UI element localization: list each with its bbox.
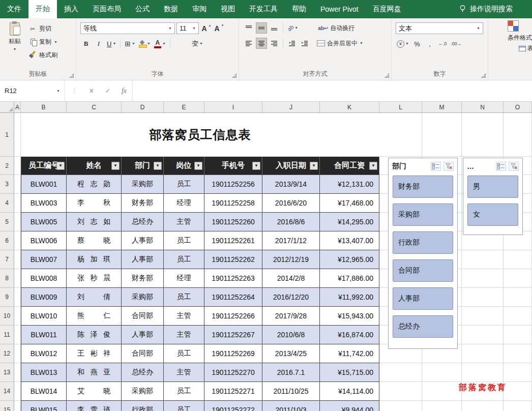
cell-13-5[interactable]: 2016.7.1 [262, 363, 320, 382]
cell-10-4[interactable]: 19011252266 [204, 307, 262, 326]
ribbon-tab-home[interactable]: 开始 [28, 0, 57, 18]
slicer-item-财务部[interactable]: 财务部 [393, 175, 453, 198]
multi-select-icon[interactable] [496, 162, 506, 171]
cell-4-6[interactable]: ¥17,468.00 [320, 194, 379, 213]
cell-13-0[interactable]: BLW013 [21, 363, 67, 382]
cell-5-4[interactable]: 19011252260 [204, 213, 262, 231]
col-header-L[interactable]: L [379, 102, 422, 113]
enter-button[interactable]: ✓ [100, 80, 116, 101]
cell-7-0[interactable]: BLW007 [21, 250, 67, 269]
cell-6-1[interactable]: 蔡 晓 [67, 231, 122, 250]
cell-6-5[interactable]: 2017/1/12 [262, 231, 320, 250]
cell-3-6[interactable]: ¥12,131.00 [320, 175, 379, 194]
slicer-item-总经办[interactable]: 总经办 [393, 315, 453, 338]
row-header-15[interactable]: 15 [0, 401, 14, 411]
cell-4-1[interactable]: 李 秋 [67, 194, 122, 213]
formula-input[interactable] [132, 80, 532, 101]
cell-14-0[interactable]: BLW014 [21, 382, 67, 401]
ribbon-tab-help[interactable]: 帮助 [285, 0, 313, 18]
bold-button[interactable]: B [80, 38, 92, 49]
cell-3-2[interactable]: 采购部 [122, 175, 164, 194]
table-header-2[interactable]: 部门▼ [122, 157, 164, 175]
ribbon-tab-data[interactable]: 数据 [157, 0, 185, 18]
cell-14-6[interactable]: ¥14,114.00 [320, 382, 379, 401]
ribbon-tab-insert[interactable]: 插入 [57, 0, 85, 18]
row-header-3[interactable]: 3 [0, 175, 14, 194]
cell-6-6[interactable]: ¥13,407.00 [320, 231, 379, 250]
cell-10-1[interactable]: 熊 仁 [67, 307, 122, 326]
cell-14-3[interactable]: 员工 [164, 382, 204, 401]
ribbon-tab-review[interactable]: 审阅 [185, 0, 214, 18]
filter-button[interactable]: ▼ [252, 162, 260, 170]
cell-10-5[interactable]: 2017/9/28 [262, 307, 320, 326]
cell-10-3[interactable]: 主管 [164, 307, 204, 326]
col-header-N[interactable]: N [462, 102, 504, 113]
cell-9-6[interactable]: ¥11,992.00 [320, 288, 379, 307]
row-header-11[interactable]: 11 [0, 326, 14, 344]
multi-select-icon[interactable] [431, 162, 441, 171]
format-as-table-button[interactable]: 表 [490, 44, 532, 53]
cell-15-4[interactable]: 19011252272 [204, 401, 262, 411]
slicer-item-行政部[interactable]: 行政部 [393, 231, 453, 254]
sheet-title-cell[interactable]: 部落窝员工信息表 [21, 113, 379, 157]
cell-6-0[interactable]: BLW006 [21, 231, 67, 250]
cell-7-5[interactable]: 2012/12/19 [262, 250, 320, 269]
cell-4-3[interactable]: 经理 [164, 194, 204, 213]
ribbon-tab-power-pivot[interactable]: Power Pivot [313, 0, 366, 18]
ribbon-tab-view[interactable]: 视图 [214, 0, 242, 18]
slicer-item-人事部[interactable]: 人事部 [393, 287, 453, 310]
cell-6-4[interactable]: 19011252261 [204, 231, 262, 250]
filter-button[interactable]: ▼ [111, 162, 120, 170]
comma-style-button[interactable]: , [424, 38, 435, 49]
slicer-item-女[interactable]: 女 [467, 203, 518, 226]
decrease-font-size-button[interactable]: A [213, 23, 224, 34]
cell-8-2[interactable]: 财务部 [122, 269, 164, 288]
decrease-indent-button[interactable] [286, 38, 298, 49]
cell-12-4[interactable]: 19011252269 [204, 344, 262, 363]
increase-decimal-button[interactable]: ←.0 [437, 38, 448, 49]
clear-filter-icon[interactable] [444, 162, 454, 171]
borders-button[interactable]: ⊞ [124, 38, 136, 49]
cell-3-1[interactable]: 程 志 勋 [67, 175, 122, 194]
font-dialog-launcher[interactable] [232, 73, 237, 78]
cell-8-3[interactable]: 经理 [164, 269, 204, 288]
col-header-J[interactable]: J [262, 102, 320, 113]
cell-8-1[interactable]: 张 秒 晨 [67, 269, 122, 288]
ribbon-tab-developer[interactable]: 开发工具 [242, 0, 285, 18]
cell-11-1[interactable]: 陈 泽 俊 [67, 326, 122, 344]
underline-button[interactable]: U [106, 38, 117, 49]
cell-9-5[interactable]: 2016/12/20 [262, 288, 320, 307]
row-header-14[interactable]: 14 [0, 382, 14, 401]
cell-15-2[interactable]: 行政部 [122, 401, 164, 411]
copy-button[interactable]: 复制 [28, 38, 57, 46]
cell-13-3[interactable]: 主管 [164, 363, 204, 382]
cell-12-0[interactable]: BLW012 [21, 344, 67, 363]
row-header-13[interactable]: 13 [0, 363, 14, 382]
col-header-B[interactable]: B [21, 102, 67, 113]
number-dialog-launcher[interactable] [481, 73, 486, 78]
row-header-5[interactable]: 5 [0, 213, 14, 231]
cell-12-5[interactable]: 2013/4/25 [262, 344, 320, 363]
cell-12-1[interactable]: 王 彬 祥 [67, 344, 122, 363]
increase-font-size-button[interactable]: A [200, 23, 212, 34]
paste-button[interactable]: 粘贴 [2, 21, 27, 71]
font-color-button[interactable]: A [153, 38, 167, 49]
ribbon-tab-formulas[interactable]: 公式 [128, 0, 157, 18]
slicer-item-合同部[interactable]: 合同部 [393, 259, 453, 282]
cell-13-4[interactable]: 19011252270 [204, 363, 262, 382]
row-header-1[interactable]: 1 [0, 113, 14, 157]
ribbon-tab-baidu-netdisk[interactable]: 百度网盘 [366, 0, 408, 18]
cell-4-0[interactable]: BLW003 [21, 194, 67, 213]
cell-9-3[interactable]: 员工 [164, 288, 204, 307]
select-all-button[interactable] [0, 102, 14, 113]
alignment-dialog-launcher[interactable] [385, 73, 389, 78]
number-format-select[interactable]: 文本 [396, 22, 483, 34]
cell-6-2[interactable]: 人事部 [122, 231, 164, 250]
filter-button[interactable]: ▼ [56, 162, 65, 170]
cell-13-2[interactable]: 总经办 [122, 363, 164, 382]
cell-13-1[interactable]: 和 燕 亚 [67, 363, 122, 382]
table-header-3[interactable]: 岗位▼ [164, 157, 204, 175]
slicer-item-采购部[interactable]: 采购部 [393, 203, 453, 226]
cell-5-0[interactable]: BLW005 [21, 213, 67, 231]
font-size-select[interactable]: 11 [176, 22, 199, 34]
